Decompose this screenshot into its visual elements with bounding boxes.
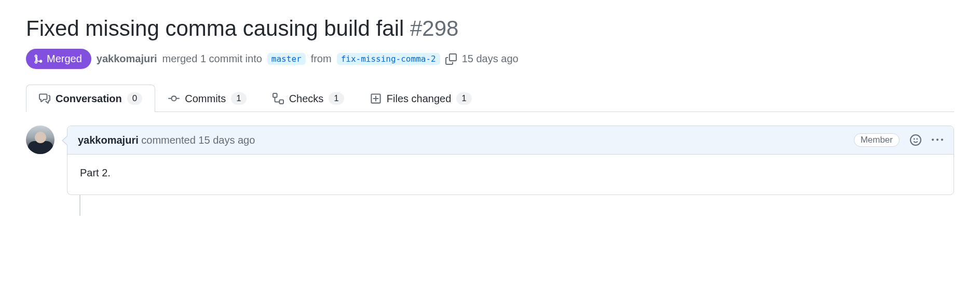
timeline-rail (79, 195, 954, 216)
tab-files-label: Files changed (387, 93, 452, 105)
comment-author[interactable]: yakkomajuri (78, 134, 139, 146)
tab-commits[interactable]: Commits 1 (155, 85, 259, 112)
tab-files-changed[interactable]: Files changed 1 (357, 85, 485, 112)
pr-number: #298 (410, 16, 458, 40)
tab-conversation-count: 0 (127, 92, 142, 105)
comment-header-right: Member (854, 133, 943, 147)
commits-icon (168, 93, 180, 104)
comment-header-left: yakkomajuri commented 15 days ago (78, 134, 255, 146)
comment-when[interactable]: 15 days ago (198, 134, 255, 146)
pr-title: Fixed missing comma causing build fail #… (26, 16, 954, 41)
merge-text-1: merged 1 commit into (162, 53, 262, 65)
conversation-icon (39, 93, 50, 104)
kebab-icon[interactable] (932, 134, 943, 146)
tabs: Conversation 0 Commits 1 Checks 1 Files … (26, 85, 954, 112)
comment-body: Part 2. (67, 155, 954, 195)
role-badge: Member (854, 133, 900, 147)
pr-container: Fixed missing comma causing build fail #… (0, 0, 980, 216)
state-label: Merged (47, 53, 82, 65)
pr-title-text: Fixed missing comma causing build fail (26, 16, 404, 40)
tab-checks[interactable]: Checks 1 (260, 85, 357, 112)
comment-box: yakkomajuri commented 15 days ago Member… (67, 126, 954, 195)
merge-text-2: from (311, 53, 332, 65)
emoji-icon[interactable] (910, 134, 921, 146)
comment-header: yakkomajuri commented 15 days ago Member (67, 126, 954, 155)
base-branch-tag[interactable]: master (267, 53, 306, 65)
merge-when: 15 days ago (462, 53, 519, 65)
tab-files-count: 1 (456, 92, 471, 105)
tab-commits-label: Commits (185, 93, 226, 105)
head-branch-tag[interactable]: fix-missing-comma-2 (337, 53, 440, 65)
comment-action: commented (141, 134, 196, 146)
tab-conversation[interactable]: Conversation 0 (26, 85, 155, 112)
pr-meta-row: Merged yakkomajuri merged 1 commit into … (26, 49, 954, 69)
tab-conversation-label: Conversation (56, 93, 122, 105)
tab-checks-label: Checks (289, 93, 324, 105)
tab-commits-count: 1 (231, 92, 246, 105)
copy-icon[interactable] (445, 53, 457, 65)
avatar[interactable] (26, 126, 55, 154)
checks-icon (273, 93, 284, 104)
state-badge-merged: Merged (26, 49, 91, 69)
files-icon (370, 93, 382, 104)
author-link[interactable]: yakkomajuri (97, 53, 157, 65)
merge-icon (33, 54, 44, 64)
timeline: yakkomajuri commented 15 days ago Member… (26, 126, 954, 195)
tab-checks-count: 1 (329, 92, 344, 105)
